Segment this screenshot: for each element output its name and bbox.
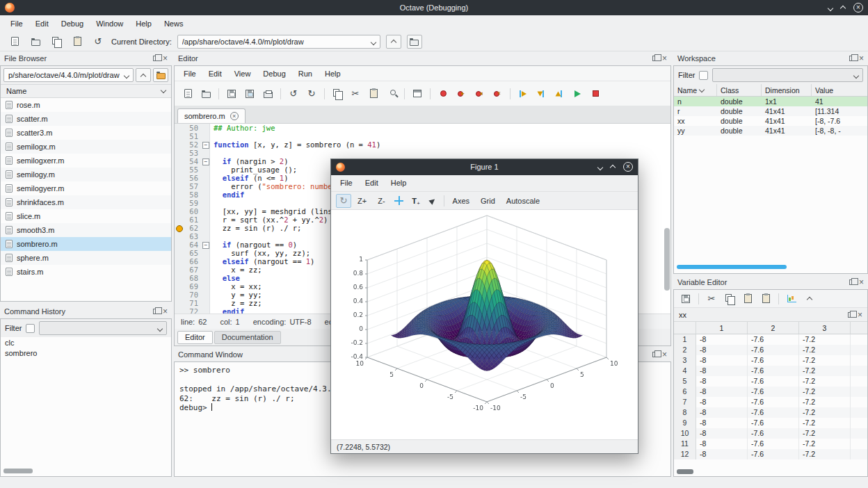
maximize-button[interactable] (841, 3, 845, 12)
ve-cell[interactable]: -7.2 (799, 366, 851, 376)
history-item[interactable]: clc (1, 338, 171, 348)
menu-news[interactable]: News (158, 17, 190, 31)
file-item[interactable]: rose.m (1, 98, 171, 112)
open-file-button[interactable] (198, 87, 214, 101)
workspace-column-class[interactable]: Class (717, 84, 762, 96)
horizontal-scrollbar[interactable] (3, 469, 33, 473)
file-browser-actions-button[interactable] (153, 68, 168, 82)
ve-cell[interactable]: -7.6 (748, 387, 799, 397)
ve-column-header[interactable]: 1 (696, 322, 748, 334)
ve-row[interactable]: 3-8-7.6-7.2 (674, 355, 867, 366)
code-line[interactable]: 53 (175, 149, 670, 157)
file-list-column-header[interactable]: Name (1, 84, 171, 98)
paste-button[interactable] (366, 87, 381, 101)
next-breakpoint-button[interactable]: ▸ (453, 87, 469, 101)
ve-cell[interactable]: -8 (696, 334, 748, 345)
ve-cell[interactable]: -7.2 (799, 387, 851, 397)
float-panel-icon[interactable] (652, 352, 658, 357)
ve-cell[interactable]: -7.2 (799, 397, 851, 407)
ve-cell[interactable]: -7.2 (799, 376, 851, 387)
ve-cell[interactable]: -8 (696, 355, 748, 366)
file-item[interactable]: sphere.m (1, 251, 171, 265)
directory-up-button[interactable] (386, 35, 401, 49)
figure-menu-help[interactable]: Help (385, 177, 413, 189)
ve-cell[interactable]: -8 (696, 449, 748, 459)
select-tool-icon[interactable] (425, 194, 440, 208)
ve-cell[interactable]: -7.6 (748, 355, 799, 366)
stop-debug-button[interactable] (588, 87, 603, 101)
close-panel-icon[interactable]: × (662, 54, 667, 63)
ve-cell[interactable]: -7.2 (799, 345, 851, 355)
ve-cell[interactable]: -7.2 (799, 334, 851, 345)
toggle-breakpoint-button[interactable] (435, 87, 451, 101)
copy-button[interactable] (330, 87, 345, 101)
fold-icon[interactable] (201, 241, 210, 249)
editor-menu-view[interactable]: View (228, 67, 257, 80)
rotate-tool-icon[interactable]: ↻ (336, 194, 351, 208)
ve-row[interactable]: 8-8-7.6-7.2 (674, 407, 867, 418)
up-level-button[interactable] (802, 292, 817, 306)
copy-button[interactable] (722, 292, 737, 306)
figure-plot-canvas[interactable] (331, 210, 638, 439)
continue-button[interactable] (570, 87, 585, 101)
close-panel-icon[interactable]: × (859, 54, 864, 63)
browse-directory-button[interactable] (407, 35, 422, 49)
horizontal-scrollbar[interactable] (677, 265, 787, 269)
ve-cell[interactable]: -7.6 (748, 439, 799, 449)
redo-button[interactable]: ↻ (304, 87, 319, 101)
file-item[interactable]: semilogy.m (1, 168, 171, 181)
paste-button[interactable] (740, 292, 755, 306)
insert-text-tool-icon[interactable]: T (408, 194, 424, 208)
ve-column-header[interactable]: 3 (799, 322, 851, 334)
ve-cell[interactable]: -8 (696, 376, 748, 387)
float-panel-icon[interactable] (153, 56, 159, 61)
ve-cell[interactable]: -8 (696, 366, 748, 376)
close-panel-icon[interactable]: × (163, 307, 168, 316)
menu-help[interactable]: Help (129, 17, 158, 31)
cut-button[interactable]: ✂ (704, 292, 719, 306)
ve-cell[interactable]: -7.6 (748, 397, 799, 407)
paste-button[interactable] (70, 35, 85, 49)
file-item[interactable]: smooth3.m (1, 223, 171, 237)
ve-row[interactable]: 5-8-7.6-7.2 (674, 376, 867, 387)
axes-button[interactable]: Axes (448, 195, 474, 207)
undo-button[interactable]: ↺ (90, 35, 106, 49)
file-item[interactable]: slice.m (1, 209, 171, 223)
float-panel-icon[interactable] (153, 309, 159, 314)
ve-cell[interactable]: -7.2 (799, 355, 851, 366)
save-as-button[interactable] (242, 87, 257, 101)
tab-sombrero[interactable]: sombrero.m × (177, 108, 246, 123)
close-variable-icon[interactable]: × (858, 311, 862, 319)
code-line[interactable]: 52function [x, y, z] = sombrero (n = 41) (175, 140, 670, 149)
workspace-row[interactable]: ndouble1x141 (674, 97, 867, 106)
fold-icon[interactable] (201, 157, 210, 165)
ve-cell[interactable]: -8 (696, 428, 748, 439)
file-item[interactable]: semilogx.m (1, 140, 171, 154)
figure-menu-file[interactable]: File (334, 177, 359, 189)
ve-cell[interactable]: -8 (696, 407, 748, 418)
ve-cell[interactable]: -7.6 (748, 449, 799, 459)
editor-menu-file[interactable]: File (177, 67, 202, 80)
undo-button[interactable]: ↺ (286, 87, 301, 101)
new-file-button[interactable] (180, 87, 195, 101)
file-item[interactable]: semilogxerr.m (1, 154, 171, 168)
zoom-in-button[interactable]: Z+ (353, 195, 371, 207)
filter-checkbox[interactable] (26, 324, 35, 333)
ve-cell[interactable]: -7.6 (748, 428, 799, 439)
figure-close-button[interactable]: × (623, 162, 633, 172)
step-in-button[interactable] (533, 87, 549, 101)
copy-button[interactable] (49, 35, 64, 49)
fold-icon[interactable] (201, 140, 210, 149)
code-line[interactable]: 51 (175, 132, 670, 140)
autoscale-button[interactable]: Autoscale (501, 195, 545, 207)
save-button[interactable] (224, 87, 239, 101)
new-script-button[interactable] (7, 35, 22, 49)
code-line[interactable]: 50## Author: jwe (175, 124, 670, 132)
workspace-column-value[interactable]: Value (812, 84, 867, 96)
ve-row[interactable]: 2-8-7.6-7.2 (674, 345, 867, 355)
ve-cell[interactable]: -7.2 (799, 439, 851, 449)
remove-breakpoints-button[interactable]: × (490, 87, 505, 101)
previous-breakpoint-button[interactable]: ◂ (472, 87, 487, 101)
ve-row[interactable]: 7-8-7.6-7.2 (674, 397, 867, 407)
float-panel-icon[interactable] (849, 279, 855, 285)
